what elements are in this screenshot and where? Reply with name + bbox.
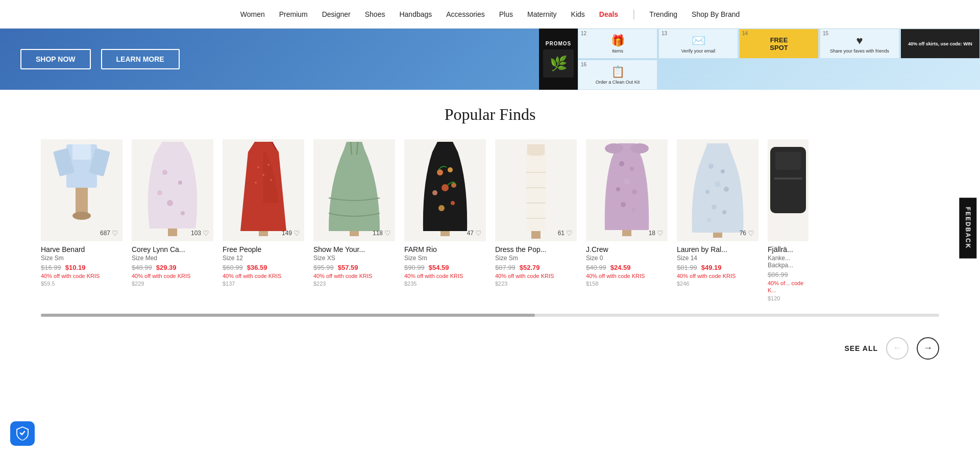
products-scroll-wrapper[interactable]: 687 ♡ Harve Benard Size Sm $16.99 $10.19…: [41, 139, 939, 307]
banner-btn-1[interactable]: SHOP NOW: [20, 49, 91, 69]
like-count-p4: 118: [373, 230, 383, 237]
see-all-link[interactable]: SEE ALL: [844, 344, 878, 352]
like-badge-p6[interactable]: 61 ♡: [558, 229, 573, 237]
heart-icon-p7: ♡: [657, 229, 664, 237]
like-badge-p1[interactable]: 687 ♡: [100, 229, 118, 237]
nav-item-handbags[interactable]: Handbags: [399, 10, 432, 18]
promo-cell-promos: 40% off skirts, use code: WIN: [900, 29, 980, 59]
promo-text-p6: 40% off with code KRIS: [495, 272, 577, 280]
like-count-p1: 687: [100, 230, 110, 237]
banner-left: SHOP NOW LEARN MORE: [0, 29, 539, 90]
nav-item-shop-by-brand[interactable]: Shop By Brand: [692, 10, 740, 18]
nav-item-women[interactable]: Women: [240, 10, 265, 18]
svg-rect-26: [440, 231, 450, 236]
orig-tag-p3: $137: [223, 281, 304, 287]
nav-item-plus[interactable]: Plus: [499, 10, 513, 18]
next-arrow-button[interactable]: →: [917, 337, 939, 360]
price-sale-p4: $57.59: [338, 264, 358, 271]
like-badge-p5[interactable]: 47 ♡: [467, 229, 482, 237]
scroll-thumb[interactable]: [41, 314, 535, 317]
like-badge-p8[interactable]: 76 ♡: [740, 229, 754, 237]
scroll-track[interactable]: [41, 314, 939, 317]
nav-item-deals[interactable]: Deals: [599, 10, 618, 18]
product-card-p1[interactable]: 687 ♡ Harve Benard Size Sm $16.99 $10.19…: [41, 139, 122, 301]
brand-name-p8: Lauren by Ral...: [677, 245, 758, 254]
svg-point-10: [157, 190, 162, 195]
navigation: Women Premium Designer Shoes Handbags Ac…: [0, 0, 980, 29]
svg-rect-50: [713, 233, 722, 238]
promo-text-p5: 40% off with code KRIS: [404, 272, 486, 280]
brand-name-p7: J.Crew: [586, 245, 668, 254]
nav-item-maternity[interactable]: Maternity: [527, 10, 557, 18]
price-sale-p8: $49.19: [701, 264, 722, 271]
promo-cell-12: 12 🎁 Items: [578, 29, 657, 59]
product-image-p9: [768, 139, 808, 241]
product-card-p4[interactable]: 118 ♡ Show Me Your... Size XS $95.99 $57…: [313, 139, 395, 301]
promo-text-p9: 40% of... code K...: [768, 280, 808, 294]
product-image-p1: 687 ♡: [41, 139, 122, 241]
product-card-p3[interactable]: 149 ♡ Free People Size 12 $60.99 $36.59 …: [223, 139, 304, 301]
popular-finds-section: Popular Finds 687 ♡: [0, 90, 980, 337]
like-badge-p7[interactable]: 18 ♡: [649, 229, 664, 237]
svg-point-7: [178, 181, 182, 185]
svg-point-12: [257, 166, 259, 168]
promo-text-p4: 40% off with code KRIS: [313, 272, 395, 280]
product-card-p6[interactable]: 61 ♡ Dress the Pop... Size Sm $87.99 $52…: [495, 139, 577, 301]
product-card-p2[interactable]: 103 ♡ Corey Lynn Ca... Size Med $48.99 $…: [132, 139, 213, 301]
svg-point-44: [715, 181, 721, 187]
like-count-p8: 76: [740, 230, 746, 237]
svg-rect-18: [350, 231, 359, 236]
svg-point-13: [267, 164, 270, 166]
nav-item-designer[interactable]: Designer: [322, 10, 351, 18]
like-count-p7: 18: [649, 230, 655, 237]
product-image-p4: 118 ♡: [313, 139, 395, 241]
svg-rect-17: [259, 231, 268, 236]
product-info-p5: FARM Rio Size Sm $90.99 $54.59 40% off w…: [404, 241, 486, 287]
product-card-p5[interactable]: 47 ♡ FARM Rio Size Sm $90.99 $54.59 40% …: [404, 139, 486, 301]
brand-name-p9: Fjällrä...: [768, 245, 808, 254]
orig-tag-p5: $235: [404, 281, 486, 287]
product-card-p9[interactable]: Fjällrä... Kanke... Backpa... $86.99 40%…: [768, 139, 808, 301]
feedback-tab[interactable]: FEEDBACK: [960, 198, 977, 259]
svg-point-5: [72, 212, 91, 220]
price-orig-p8: $81.99: [677, 264, 697, 271]
nav-item-shoes[interactable]: Shoes: [365, 10, 385, 18]
like-badge-p4[interactable]: 118 ♡: [373, 229, 391, 237]
promo-cell-13: 13 ✉️ Verify your email: [658, 29, 738, 59]
product-info-p8: Lauren by Ral... Size 14 $81.99 $49.19 4…: [677, 241, 758, 287]
svg-rect-53: [774, 178, 802, 180]
size-p6: Size Sm: [495, 255, 577, 262]
product-info-p7: J.Crew Size 0 $40.99 $24.59 40% off with…: [586, 241, 668, 287]
nav-item-premium[interactable]: Premium: [279, 10, 308, 18]
promo-cell-14: 14 FREESPOT: [739, 29, 819, 59]
svg-rect-31: [531, 231, 541, 239]
product-image-p3: 149 ♡: [223, 139, 304, 241]
product-card-p7[interactable]: 18 ♡ J.Crew Size 0 $40.99 $24.59 40% off…: [586, 139, 668, 301]
brand-name-p1: Harve Benard: [41, 245, 122, 254]
product-info-p3: Free People Size 12 $60.99 $36.59 40% of…: [223, 241, 304, 287]
nav-item-kids[interactable]: Kids: [571, 10, 585, 18]
like-badge-p3[interactable]: 149 ♡: [282, 229, 300, 237]
price-orig-p5: $90.99: [404, 264, 425, 271]
banner-btn-2[interactable]: LEARN MORE: [101, 49, 180, 69]
nav-item-accessories[interactable]: Accessories: [446, 10, 484, 18]
brand-name-p3: Free People: [223, 245, 304, 254]
orig-tag-p4: $223: [313, 281, 395, 287]
size-p3: Size 12: [223, 255, 304, 262]
product-card-p8[interactable]: 76 ♡ Lauren by Ral... Size 14 $81.99 $49…: [677, 139, 758, 301]
price-sale-p1: $10.19: [65, 264, 86, 271]
like-badge-p2[interactable]: 103 ♡: [191, 229, 209, 237]
price-orig-p6: $87.99: [495, 264, 516, 271]
svg-point-25: [451, 201, 455, 205]
svg-point-45: [705, 190, 709, 194]
prev-arrow-button[interactable]: ←: [886, 337, 909, 360]
nav-item-trending[interactable]: Trending: [649, 10, 677, 18]
bottom-bar: SEE ALL ← →: [0, 337, 980, 370]
nav-divider: |: [632, 8, 635, 20]
svg-point-43: [721, 169, 725, 173]
svg-point-32: [619, 161, 624, 166]
price-orig-p4: $95.99: [313, 264, 334, 271]
promo-text-p3: 40% off with code KRIS: [223, 272, 304, 280]
promo-text-p8: 40% off with code KRIS: [677, 272, 758, 280]
product-image-p7: 18 ♡: [586, 139, 668, 241]
